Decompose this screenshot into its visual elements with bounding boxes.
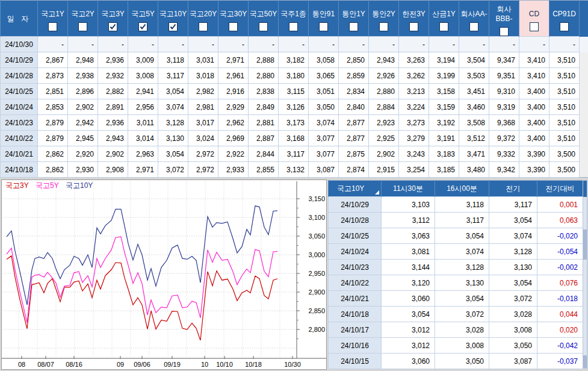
column-checkbox[interactable] bbox=[500, 27, 509, 36]
grid-cell[interactable]: 2,971 bbox=[128, 162, 158, 178]
grid-cell[interactable]: 9,319 bbox=[489, 99, 519, 115]
grid-cell[interactable]: 3,009 bbox=[128, 52, 158, 68]
column-checkbox[interactable] bbox=[560, 22, 569, 31]
grid-cell[interactable]: 2,926 bbox=[369, 68, 399, 84]
grid-cell[interactable]: 3,118 bbox=[158, 52, 188, 68]
grid-cell[interactable]: 3,451 bbox=[459, 84, 489, 99]
grid-cell[interactable]: 3,480 bbox=[459, 162, 489, 178]
grid-cell[interactable]: 2,972 bbox=[188, 146, 218, 162]
grid-cell[interactable]: 2,956 bbox=[128, 99, 158, 115]
detail-date-cell[interactable]: 24/10/24 bbox=[329, 244, 382, 260]
column-checkbox[interactable] bbox=[530, 22, 539, 31]
column-checkbox[interactable] bbox=[108, 22, 117, 31]
grid-cell[interactable]: 3,054 bbox=[158, 146, 188, 162]
grid-cell[interactable]: - bbox=[549, 37, 580, 52]
detail-cell[interactable]: 3,054 bbox=[489, 213, 537, 228]
grid-cell[interactable]: 3,130 bbox=[158, 131, 188, 146]
row-date-cell[interactable]: 24/10/23 bbox=[1, 115, 38, 131]
grid-cell[interactable]: 3,180 bbox=[279, 68, 309, 84]
column-header[interactable]: 회사BBB- bbox=[489, 1, 519, 37]
column-header[interactable]: 통안1Y bbox=[339, 1, 369, 37]
grid-cell[interactable]: - bbox=[188, 37, 218, 52]
grid-cell[interactable]: 2,849 bbox=[249, 99, 279, 115]
grid-cell[interactable]: 2,923 bbox=[369, 115, 399, 131]
change-cell[interactable]: 0,063 bbox=[537, 213, 583, 228]
detail-cell[interactable]: 3,087 bbox=[489, 354, 537, 369]
detail-cell[interactable]: 3,130 bbox=[435, 275, 489, 291]
grid-cell[interactable]: - bbox=[459, 37, 489, 52]
grid-cell[interactable]: 2,971 bbox=[218, 52, 249, 68]
column-checkbox[interactable] bbox=[48, 22, 57, 31]
grid-cell[interactable]: 3,182 bbox=[279, 52, 309, 68]
detail-cell[interactable]: 3,054 bbox=[435, 228, 489, 244]
grid-cell[interactable]: 3,262 bbox=[399, 68, 429, 84]
detail-cell[interactable]: 3,028 bbox=[435, 322, 489, 338]
grid-cell[interactable]: 2,879 bbox=[38, 115, 68, 131]
grid-cell[interactable]: 3,087 bbox=[309, 162, 339, 178]
detail-sort-header[interactable]: 국고10Y bbox=[329, 181, 382, 197]
grid-cell[interactable]: 3,460 bbox=[459, 99, 489, 115]
grid-cell[interactable]: 2,936 bbox=[98, 115, 128, 131]
column-checkbox[interactable] bbox=[439, 22, 448, 31]
grid-cell[interactable]: 2,844 bbox=[249, 146, 279, 162]
grid-cell[interactable]: 3,213 bbox=[399, 84, 429, 99]
grid-cell[interactable]: 2,884 bbox=[369, 99, 399, 115]
grid-cell[interactable]: 3,126 bbox=[279, 99, 309, 115]
change-cell[interactable]: 0,001 bbox=[537, 197, 583, 213]
grid-cell[interactable]: - bbox=[339, 37, 369, 52]
detail-cell[interactable]: 3,072 bbox=[489, 291, 537, 307]
grid-cell[interactable]: 3,065 bbox=[309, 68, 339, 84]
grid-cell[interactable]: 3,158 bbox=[429, 84, 459, 99]
detail-cell[interactable]: 3,054 bbox=[382, 307, 435, 322]
detail-date-cell[interactable]: 24/10/17 bbox=[329, 322, 382, 338]
grid-cell[interactable]: 3,400 bbox=[519, 115, 549, 131]
grid-cell[interactable]: - bbox=[249, 37, 279, 52]
grid-cell[interactable]: 2,874 bbox=[339, 162, 369, 178]
grid-cell[interactable]: 2,882 bbox=[98, 84, 128, 99]
grid-cell[interactable]: 3,159 bbox=[429, 99, 459, 115]
grid-cell[interactable]: 2,896 bbox=[68, 84, 98, 99]
grid-cell[interactable]: 2,981 bbox=[188, 99, 218, 115]
grid-cell[interactable]: 3,077 bbox=[309, 131, 339, 146]
column-checkbox[interactable] bbox=[289, 22, 298, 31]
grid-cell[interactable]: 2,891 bbox=[98, 99, 128, 115]
grid-cell[interactable]: 2,877 bbox=[339, 115, 369, 131]
detail-column-header[interactable]: 16시00분 bbox=[435, 181, 489, 197]
column-header[interactable]: 산금1Y bbox=[429, 1, 459, 37]
detail-cell[interactable]: 3,074 bbox=[489, 228, 537, 244]
grid-cell[interactable]: 3,117 bbox=[158, 68, 188, 84]
grid-cell[interactable]: 2,945 bbox=[68, 131, 98, 146]
change-cell[interactable]: -0,002 bbox=[537, 260, 583, 275]
detail-date-cell[interactable]: 24/10/22 bbox=[329, 275, 382, 291]
detail-cell[interactable]: 3,054 bbox=[435, 291, 489, 307]
grid-cell[interactable]: 2,879 bbox=[38, 131, 68, 146]
grid-cell[interactable]: 2,862 bbox=[38, 146, 68, 162]
detail-cell[interactable]: 3,008 bbox=[435, 338, 489, 354]
grid-cell[interactable]: - bbox=[128, 37, 158, 52]
column-header[interactable]: 국고10Y bbox=[158, 1, 188, 37]
grid-cell[interactable]: 2,948 bbox=[68, 52, 98, 68]
grid-cell[interactable]: 9,372 bbox=[489, 131, 519, 146]
change-cell[interactable]: -0,037 bbox=[537, 354, 583, 369]
grid-cell[interactable]: 2,850 bbox=[339, 52, 369, 68]
column-header[interactable]: 한전3Y bbox=[399, 1, 429, 37]
grid-cell[interactable]: 3,390 bbox=[519, 162, 549, 178]
row-date-cell[interactable]: 24/10/30 bbox=[1, 37, 38, 52]
detail-cell[interactable]: 3,050 bbox=[435, 354, 489, 369]
change-cell[interactable]: 0,076 bbox=[537, 275, 583, 291]
grid-cell[interactable]: - bbox=[429, 37, 459, 52]
grid-cell[interactable]: 2,867 bbox=[38, 52, 68, 68]
grid-cell[interactable]: - bbox=[38, 37, 68, 52]
grid-cell[interactable]: 2,915 bbox=[369, 162, 399, 178]
row-date-cell[interactable]: 24/10/21 bbox=[1, 146, 38, 162]
grid-cell[interactable]: 2,920 bbox=[68, 146, 98, 162]
grid-cell[interactable]: 3,400 bbox=[519, 84, 549, 99]
grid-cell[interactable]: 3,279 bbox=[399, 131, 429, 146]
detail-cell[interactable]: 3,028 bbox=[489, 307, 537, 322]
grid-cell[interactable]: 3,400 bbox=[519, 131, 549, 146]
row-date-cell[interactable]: 24/10/28 bbox=[1, 68, 38, 84]
column-header[interactable]: 국고50Y bbox=[249, 1, 279, 37]
grid-cell[interactable]: 3,471 bbox=[459, 146, 489, 162]
column-header[interactable]: 국고5Y bbox=[128, 1, 158, 37]
column-checkbox[interactable] bbox=[169, 22, 178, 31]
